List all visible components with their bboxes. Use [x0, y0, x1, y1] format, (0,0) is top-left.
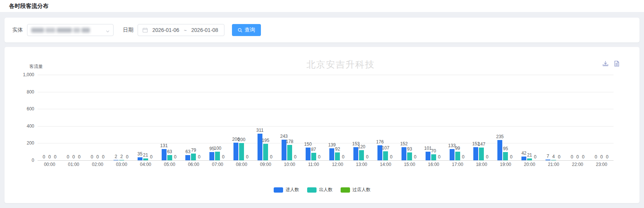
bar-出人数-19:00 [503, 152, 508, 160]
download-icon[interactable] [602, 60, 609, 67]
bar-value-label: 79 [191, 148, 196, 153]
bar-进人数-20:00 [521, 157, 526, 160]
bar-value-label: 0 [558, 154, 561, 160]
page-title: 各时段客流分布 [9, 3, 48, 10]
bar-value-label: 0 [390, 154, 392, 160]
bar-value-label: 0 [78, 154, 80, 160]
bar-value-label: 0 [91, 154, 93, 160]
bar-出人数-10:00 [287, 145, 292, 160]
chart-legend: 进人数出人数过店人数 [5, 187, 639, 193]
bar-value-label: 0 [414, 154, 417, 160]
bar-进人数-03:00 [114, 160, 118, 160]
bar-出人数-14:00 [383, 151, 388, 160]
query-button[interactable]: 查询 [232, 24, 261, 36]
bar-value-label: 139 [328, 142, 336, 148]
bar-value-label: 7 [547, 154, 549, 159]
gridline [38, 109, 614, 109]
x-axis-line [38, 160, 614, 161]
bar-进人数-06:00 [185, 155, 190, 160]
x-axis-tick-label: 21:00 [548, 162, 559, 167]
x-axis-tick-label: 00:00 [44, 162, 55, 167]
date-range-picker[interactable]: 2026-01-06 ~ 2026-01-08 [138, 24, 224, 36]
y-axis-tick-label: 1,000 [23, 72, 38, 77]
bar-value-label: 63 [185, 149, 190, 154]
legend-swatch [307, 187, 317, 193]
x-axis-tick-label: 22:00 [572, 162, 583, 167]
bar-出人数-06:00 [191, 154, 196, 160]
bar-出人数-03:00 [119, 160, 124, 160]
bar-value-label: 195 [262, 138, 269, 143]
date-start-input[interactable]: 2026-01-06 [151, 27, 180, 33]
bar-进人数-19:00 [497, 140, 502, 160]
bar-出人数-17:00 [455, 152, 460, 160]
date-end-input[interactable]: 2026-01-08 [190, 27, 220, 33]
bar-value-label: 93 [407, 146, 412, 152]
bar-value-label: 35 [138, 151, 142, 157]
bar-出人数-21:00 [551, 160, 556, 160]
bar-value-label: 0 [534, 154, 536, 160]
bar-chart-plot: 02004006008001,00000000:0000001:0000002:… [38, 75, 614, 160]
x-axis-tick-label: 06:00 [188, 162, 199, 167]
bar-出人数-13:00 [359, 150, 364, 160]
legend-swatch [274, 187, 283, 193]
bar-value-label: 0 [43, 154, 45, 160]
bar-出人数-15:00 [407, 152, 412, 160]
page-header: 各时段客流分布 [0, 0, 644, 12]
bar-出人数-20:00 [527, 158, 532, 160]
chart-toolbar [602, 60, 620, 67]
bar-value-label: 21 [143, 152, 148, 158]
bar-value-label: 63 [167, 149, 172, 154]
y-axis-tick-label: 200 [27, 140, 38, 146]
x-axis-tick-label: 23:00 [596, 162, 607, 167]
bar-value-label: 0 [67, 154, 69, 160]
legend-item-出人数[interactable]: 出人数 [307, 187, 333, 193]
bar-value-label: 107 [382, 145, 389, 151]
bar-value-label: 0 [576, 154, 579, 160]
legend-item-过店人数[interactable]: 过店人数 [341, 187, 371, 193]
bar-value-label: 0 [96, 154, 99, 160]
bar-value-label: 0 [582, 154, 585, 160]
date-label: 日期 [123, 27, 133, 33]
gridline [38, 143, 614, 143]
bar-value-label: 0 [571, 154, 573, 160]
gridline [38, 75, 614, 75]
bar-value-label: 0 [270, 154, 273, 160]
bar-value-label: 150 [304, 142, 312, 147]
y-axis-title: 客流量 [29, 63, 43, 70]
bar-value-label: 0 [318, 154, 321, 160]
date-range-separator: ~ [184, 27, 187, 33]
calendar-icon [142, 27, 148, 33]
bar-进人数-05:00 [162, 149, 167, 160]
bar-value-label: 0 [150, 154, 153, 160]
bar-进人数-18:00 [473, 147, 478, 160]
x-axis-tick-label: 20:00 [524, 162, 535, 167]
bar-出人数-08:00 [239, 143, 244, 160]
gridline [38, 126, 614, 127]
bar-value-label: 92 [335, 146, 340, 152]
entity-select[interactable] [27, 24, 114, 36]
x-axis-tick-label: 05:00 [164, 162, 175, 167]
bar-出人数-07:00 [215, 152, 220, 160]
document-icon[interactable] [614, 60, 620, 67]
bar-出人数-11:00 [311, 153, 316, 160]
bar-value-label: 0 [102, 154, 105, 160]
x-axis-tick-label: 08:00 [236, 162, 247, 167]
x-axis-tick-label: 18:00 [476, 162, 487, 167]
bar-value-label: 147 [478, 142, 485, 147]
legend-item-进人数[interactable]: 进人数 [274, 187, 299, 193]
bar-value-label: 0 [246, 154, 249, 160]
x-axis-tick-label: 16:00 [428, 162, 439, 167]
bar-value-label: 133 [448, 143, 456, 148]
x-axis-tick-label: 07:00 [212, 162, 223, 167]
entity-select-value-redacted [31, 28, 90, 33]
y-axis-tick-label: 400 [27, 124, 38, 129]
bar-value-label: 2 [115, 154, 117, 159]
bar-进人数-17:00 [450, 149, 455, 160]
x-axis-tick-label: 15:00 [404, 162, 415, 167]
bar-value-label: 235 [496, 134, 504, 139]
bar-value-label: 176 [376, 139, 384, 145]
legend-label: 出人数 [319, 187, 333, 193]
bar-出人数-16:00 [431, 154, 436, 160]
bar-value-label: 0 [606, 154, 609, 160]
bar-进人数-04:00 [138, 157, 142, 160]
